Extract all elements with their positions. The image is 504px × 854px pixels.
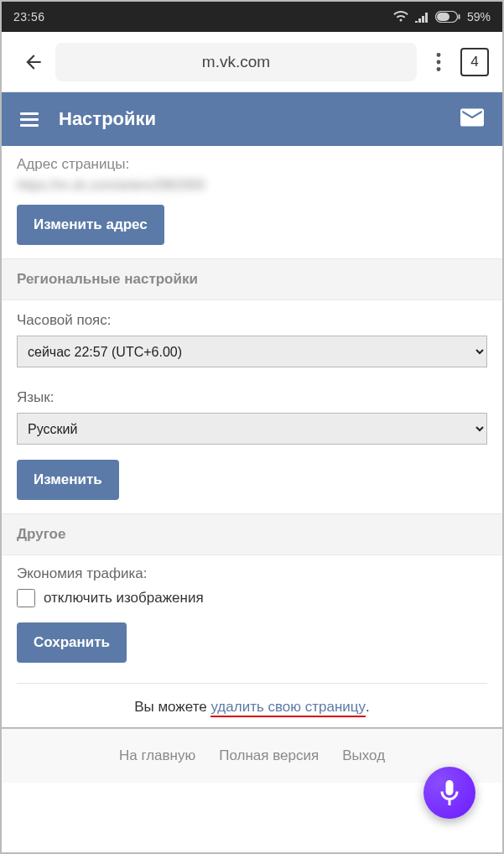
status-time: 23:56 [13, 10, 45, 23]
timezone-select[interactable]: сейчас 22:57 (UTC+6.00) [17, 336, 487, 367]
tabs-button[interactable]: 4 [460, 48, 489, 76]
regional-header: Региональные настройки [2, 258, 502, 300]
delete-account-row: Вы можете удалить свою страницу. [2, 684, 502, 724]
address-value: https://m.vk.com/artem2982000 [17, 178, 487, 193]
disable-images-label: отключить изображения [44, 590, 204, 607]
address-label: Адрес страницы: [17, 156, 487, 173]
messages-icon[interactable] [460, 108, 484, 130]
address-section: Адрес страницы: https://m.vk.com/artem29… [2, 146, 502, 258]
timezone-row: Часовой пояс: сейчас 22:57 (UTC+6.00) [2, 300, 502, 378]
language-label: Язык: [17, 389, 487, 406]
signal-icon [415, 11, 429, 23]
menu-icon[interactable] [20, 112, 39, 127]
footer-full[interactable]: Полная версия [219, 747, 319, 764]
tabs-count: 4 [470, 54, 478, 70]
footer-exit[interactable]: Выход [342, 747, 385, 764]
status-icons: 59% [393, 10, 491, 23]
footer: На главную Полная версия Выход [2, 729, 502, 783]
browser-toolbar: m.vk.com 4 [2, 32, 502, 92]
change-regional-button[interactable]: Изменить [17, 460, 119, 500]
timezone-label: Часовой пояс: [17, 312, 487, 329]
status-bar: 23:56 59% [2, 2, 502, 32]
other-header: Другое [2, 513, 502, 555]
regional-actions: Изменить [2, 455, 502, 513]
delete-prefix: Вы можете [134, 699, 210, 715]
voice-fab[interactable] [423, 767, 475, 819]
traffic-label: Экономия трафика: [17, 565, 487, 582]
svg-rect-2 [458, 14, 460, 19]
svg-point-4 [437, 60, 441, 64]
language-select[interactable]: Русский [17, 413, 487, 445]
svg-point-5 [437, 67, 441, 71]
wifi-icon [393, 11, 408, 23]
disable-images-checkbox[interactable] [17, 589, 35, 607]
page-title: Настройки [59, 108, 156, 130]
delete-account-link[interactable]: удалить свою страницу [210, 699, 366, 715]
app-header: Настройки [2, 92, 502, 146]
mic-icon [440, 780, 459, 805]
url-text: m.vk.com [202, 53, 270, 71]
back-button[interactable] [22, 50, 45, 74]
highlight-underline [210, 716, 366, 717]
browser-menu-button[interactable] [427, 53, 450, 71]
delete-suffix: . [366, 699, 370, 715]
change-address-button[interactable]: Изменить адрес [17, 205, 164, 245]
language-row: Язык: Русский [2, 378, 502, 455]
svg-point-3 [437, 53, 441, 57]
footer-home[interactable]: На главную [119, 747, 195, 764]
svg-rect-1 [437, 13, 449, 21]
save-button[interactable]: Сохранить [17, 622, 127, 663]
battery-icon [435, 11, 460, 23]
traffic-section: Экономия трафика: отключить изображения … [2, 555, 502, 676]
battery-percent: 59% [467, 10, 491, 23]
content: Адрес страницы: https://m.vk.com/artem29… [2, 146, 502, 783]
address-bar[interactable]: m.vk.com [55, 43, 417, 81]
